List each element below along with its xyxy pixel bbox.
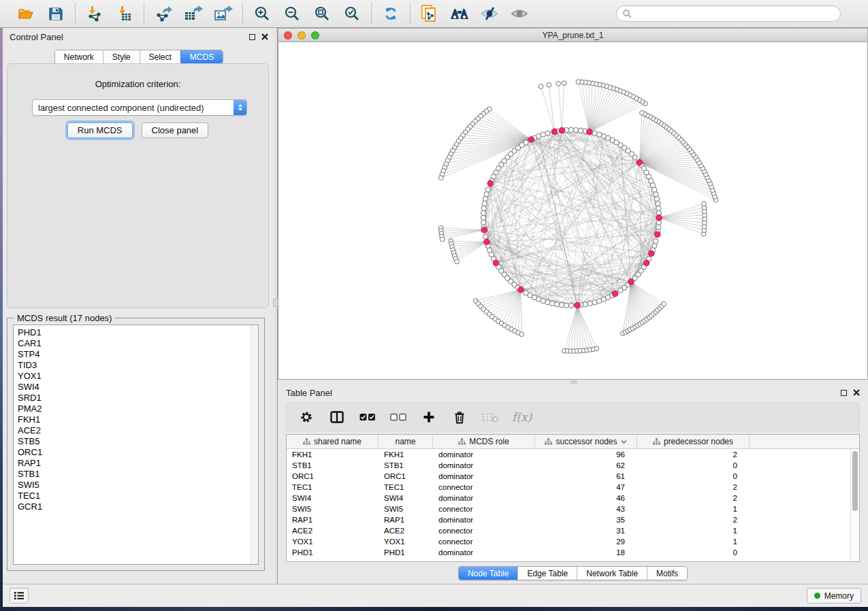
export-image-icon[interactable]	[213, 3, 234, 24]
criterion-dropdown[interactable]: largest connected component (undirected)	[32, 99, 247, 116]
column-header-name[interactable]: name	[379, 435, 433, 448]
open-file-icon[interactable]	[16, 3, 36, 24]
horizontal-splitter[interactable]	[278, 380, 868, 384]
mcds-result-item[interactable]: STB1	[18, 469, 251, 480]
search-binoculars-icon[interactable]	[449, 3, 470, 24]
hide-selected-icon[interactable]	[479, 3, 500, 24]
table-cell: STB1	[287, 460, 379, 471]
add-row-icon[interactable]	[420, 408, 438, 426]
memory-button[interactable]: Memory	[807, 588, 861, 604]
tab-style[interactable]: Style	[103, 50, 140, 63]
import-network-icon[interactable]	[84, 3, 105, 24]
function-builder-disabled-icon: f(x)	[512, 408, 532, 426]
table-cell: 31	[535, 525, 637, 536]
close-panel-icon[interactable]	[261, 33, 268, 40]
tab-edge-table[interactable]: Edge Table	[517, 567, 577, 580]
task-history-button[interactable]	[10, 588, 29, 604]
tab-select[interactable]: Select	[140, 50, 180, 63]
mcds-result-item[interactable]: TID3	[18, 360, 251, 371]
mcds-result-item[interactable]: ACE2	[18, 425, 251, 436]
refresh-view-icon[interactable]	[381, 3, 401, 24]
table-row[interactable]: YOX1YOX1connector291	[287, 536, 850, 547]
search-input[interactable]	[632, 9, 835, 18]
deselect-all-checkboxes-icon[interactable]	[389, 408, 407, 426]
run-mcds-button[interactable]: Run MCDS	[67, 122, 133, 138]
table-cell: 43	[535, 503, 637, 514]
tab-motifs[interactable]: Motifs	[647, 567, 687, 580]
table-toolbar: f(x)	[286, 403, 860, 431]
table-cell: 2	[637, 514, 750, 525]
tab-mcds[interactable]: MCDS	[180, 50, 223, 63]
save-session-icon[interactable]	[46, 3, 66, 24]
settings-gear-icon[interactable]	[298, 408, 315, 426]
mcds-result-item[interactable]: YOX1	[18, 371, 251, 382]
export-table-icon[interactable]	[183, 3, 204, 24]
network-window-titlebar[interactable]: YPA_prune.txt_1	[278, 28, 868, 42]
mcds-result-item[interactable]: GCR1	[18, 501, 251, 512]
table-row[interactable]: PHD1PHD1dominator180	[287, 547, 850, 558]
maximize-window-traffic-light[interactable]	[311, 31, 319, 39]
mcds-result-item[interactable]: STP4	[18, 349, 251, 360]
mcds-result-item[interactable]: PMA2	[18, 403, 251, 414]
close-panel-icon[interactable]	[853, 389, 860, 396]
mcds-result-item[interactable]: TEC1	[18, 491, 251, 501]
mcds-result-item[interactable]: CAR1	[18, 338, 251, 349]
table-row[interactable]: ACE2ACE2connector311	[287, 525, 850, 536]
mcds-result-item[interactable]: SRD1	[18, 393, 251, 403]
zoom-fit-icon[interactable]	[312, 3, 332, 24]
tab-network-table[interactable]: Network Table	[577, 567, 647, 580]
network-canvas[interactable]	[278, 42, 868, 380]
column-header-successor-nodes[interactable]: successor nodes	[535, 435, 637, 448]
column-header-MCDS-role[interactable]: MCDS role	[433, 435, 535, 448]
tab-network[interactable]: Network	[55, 50, 103, 63]
mcds-result-item[interactable]: FKH1	[18, 414, 251, 425]
control-panel-tabs: NetworkStyleSelectMCDS	[54, 50, 223, 64]
table-cell: 46	[535, 493, 637, 503]
table-scrollbar[interactable]	[850, 449, 859, 561]
table-cell: connector	[433, 482, 535, 493]
mcds-result-item[interactable]: ORC1	[18, 447, 251, 458]
mcds-result-item[interactable]: SWI4	[18, 382, 251, 393]
zoom-out-icon[interactable]	[282, 3, 302, 24]
zoom-in-icon[interactable]	[252, 3, 272, 24]
table-cell: ORC1	[287, 471, 379, 482]
table-row[interactable]: SWI5SWI5connector431	[287, 503, 850, 514]
table-row[interactable]: STB1STB1dominator620	[287, 460, 850, 471]
export-network-icon[interactable]	[153, 3, 174, 24]
scrollbar-thumb[interactable]	[852, 451, 858, 511]
import-table-icon[interactable]	[114, 3, 135, 24]
mcds-result-item[interactable]: STB5	[18, 436, 251, 447]
share-network-document-icon[interactable]	[419, 3, 440, 24]
splitter-grip[interactable]	[570, 380, 577, 384]
mcds-list-scrollbar[interactable]	[251, 325, 258, 564]
search-field[interactable]	[616, 5, 841, 22]
mcds-result-item[interactable]: RAP1	[18, 458, 251, 469]
select-all-checkboxes-icon[interactable]	[359, 408, 376, 426]
table-row[interactable]: RAP1RAP1dominator352	[287, 514, 850, 525]
delete-row-icon[interactable]	[451, 408, 468, 426]
close-panel-button[interactable]: Close panel	[142, 122, 209, 138]
table-cell: 2	[637, 482, 750, 493]
float-panel-icon[interactable]	[841, 390, 847, 396]
column-header-predecessor-nodes[interactable]: predecessor nodes	[637, 435, 750, 448]
minimize-window-traffic-light[interactable]	[298, 31, 306, 39]
table-row[interactable]: ORC1ORC1dominator610	[287, 471, 850, 482]
show-all-icon[interactable]	[509, 3, 530, 24]
tab-node-table[interactable]: Node Table	[459, 567, 518, 580]
table-cell: YOX1	[287, 536, 379, 547]
table-cell: 1	[637, 525, 750, 536]
table-panel-title: Table Panel	[286, 388, 332, 398]
table-header-row: shared namenameMCDS rolesuccessor nodesp…	[287, 435, 859, 449]
criterion-dropdown-value: largest connected component (undirected)	[33, 103, 234, 113]
column-header-shared-name[interactable]: shared name	[287, 435, 379, 448]
zoom-selected-icon[interactable]	[342, 3, 362, 24]
show-column-icon[interactable]	[328, 408, 346, 426]
table-row[interactable]: SWI4SWI4dominator462	[287, 493, 850, 503]
close-window-traffic-light[interactable]	[284, 31, 292, 39]
table-cell: dominator	[433, 460, 535, 471]
mcds-result-item[interactable]: SWI5	[18, 480, 251, 491]
table-row[interactable]: FKH1FKH1dominator962	[287, 449, 850, 460]
mcds-result-item[interactable]: PHD1	[18, 327, 251, 338]
table-row[interactable]: TEC1TEC1connector472	[287, 482, 850, 493]
float-panel-icon[interactable]	[249, 34, 255, 40]
